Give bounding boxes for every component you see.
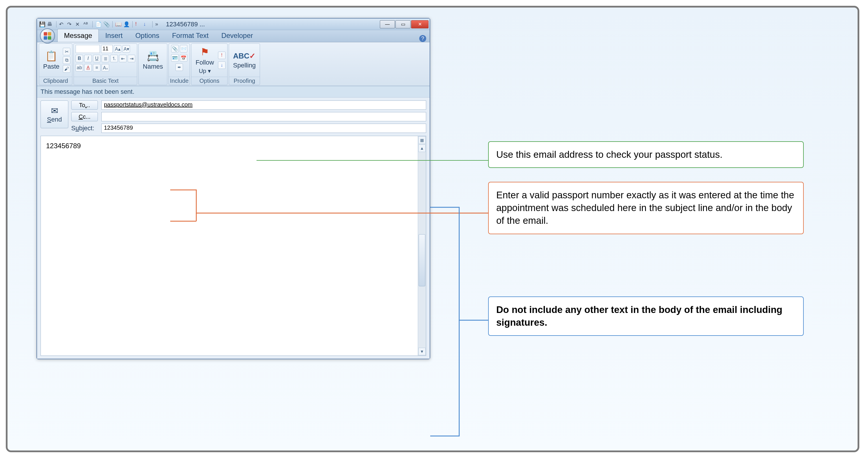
scroll-down-icon[interactable]: ▼ xyxy=(418,348,426,355)
low-importance-button[interactable]: ↓ xyxy=(218,61,225,69)
format-painter-icon[interactable]: 🖌 xyxy=(63,65,70,73)
include-group-label: Include xyxy=(169,77,190,85)
send-label: Send xyxy=(47,116,62,123)
ribbon-group-clipboard: 📋 Paste ✂ ⧉ 🖌 Clipboard xyxy=(39,43,72,85)
to-value: passportstatus@ustraveldocs.com xyxy=(104,101,192,108)
paste-button[interactable]: 📋 Paste xyxy=(41,49,62,71)
message-body-area: 123456789 ▦ ▲ ▼ xyxy=(40,136,426,356)
help-icon[interactable]: ? xyxy=(419,35,426,42)
grow-font-icon[interactable]: A▴ xyxy=(114,45,121,53)
window-title: 123456789 ... xyxy=(166,21,205,28)
office-logo-icon xyxy=(44,32,51,40)
paste-label: Paste xyxy=(43,63,59,70)
minimize-button[interactable]: — xyxy=(380,20,395,28)
tab-options[interactable]: Options xyxy=(129,29,165,42)
tutorial-frame: 💾 🖶 ↶ ↷ ✕ ᴬᴮ 📄 📎 📖 👤 ! ↓ » 123456789 ...… xyxy=(6,6,859,452)
decrease-indent-icon[interactable]: ⇤ xyxy=(119,55,126,62)
proofing-group-label: Proofing xyxy=(229,77,260,85)
tab-developer[interactable]: Developer xyxy=(215,29,259,42)
highlight-icon[interactable]: ab xyxy=(75,64,83,71)
subject-label: Subject: xyxy=(71,124,98,132)
compose-header: ✉ Send To... passportstatus@ustraveldocs… xyxy=(37,97,430,133)
font-color-icon[interactable]: A xyxy=(84,64,92,71)
attach-item-icon[interactable]: 📨 xyxy=(180,45,187,52)
clear-formatting-icon[interactable]: Aₓ xyxy=(102,64,109,71)
scroll-up-icon[interactable]: ▲ xyxy=(418,145,426,152)
cut-icon[interactable]: ✂ xyxy=(63,48,70,55)
clipboard-icon: 📋 xyxy=(45,50,57,62)
subject-field[interactable]: 123456789 xyxy=(101,124,426,133)
clipboard-group-label: Clipboard xyxy=(39,77,72,85)
attach-icon[interactable]: 📎 xyxy=(103,21,110,28)
options-group-label: Options xyxy=(191,77,227,85)
follow-up-label2: Up ▾ xyxy=(199,67,211,74)
font-size-input[interactable]: 11 xyxy=(101,45,113,53)
copy-icon[interactable]: ⧉ xyxy=(63,57,70,64)
send-button[interactable]: ✉ Send xyxy=(40,100,68,128)
flag-icon: ⚑ xyxy=(200,46,209,58)
cc-field[interactable] xyxy=(101,112,426,121)
signature-icon[interactable]: ✒ xyxy=(176,63,183,71)
font-name-input[interactable] xyxy=(75,45,100,53)
qat-separator xyxy=(132,21,133,28)
follow-up-button[interactable]: ⚑ Follow Up ▾ xyxy=(193,45,216,75)
print-icon[interactable]: 🖶 xyxy=(47,21,54,28)
callout-no-other-text: Do not include any other text in the bod… xyxy=(488,297,804,336)
names-label: Names xyxy=(143,63,163,70)
delete-icon[interactable]: ✕ xyxy=(75,21,82,28)
spellcheck-icon[interactable]: ᴬᴮ xyxy=(83,21,90,28)
qat-separator xyxy=(56,21,57,28)
underline-button[interactable]: U xyxy=(93,55,100,62)
ruler-toggle-icon[interactable]: ▦ xyxy=(418,136,426,144)
spelling-icon: ABC✓ xyxy=(233,52,256,61)
office-orb-button[interactable] xyxy=(40,28,55,43)
tab-insert[interactable]: Insert xyxy=(99,29,129,42)
bold-button[interactable]: B xyxy=(75,55,83,62)
permission-icon[interactable]: 👤 xyxy=(123,21,130,28)
shrink-font-icon[interactable]: A▾ xyxy=(122,45,130,53)
basic-text-group-label: Basic Text xyxy=(74,77,137,85)
to-field[interactable]: passportstatus@ustraveldocs.com xyxy=(101,100,426,110)
address-book-icon: 📇 xyxy=(147,50,159,62)
vertical-scrollbar[interactable]: ▦ ▲ ▼ xyxy=(418,136,426,356)
align-left-icon[interactable]: ≡ xyxy=(93,64,100,71)
callout-passport-number: Enter a valid passport number exactly as… xyxy=(488,182,804,234)
maximize-button[interactable]: ▭ xyxy=(396,20,410,28)
qat-more-icon[interactable]: » xyxy=(155,21,161,28)
bullets-icon[interactable]: ≣ xyxy=(102,55,109,62)
to-button[interactable]: To... xyxy=(71,100,98,110)
envelope-icon: ✉ xyxy=(51,106,58,116)
tab-message[interactable]: Message xyxy=(57,29,99,42)
redo-icon[interactable]: ↷ xyxy=(67,21,73,28)
names-button[interactable]: 📇 Names xyxy=(141,49,165,71)
numbering-icon[interactable]: ⒈ xyxy=(110,55,118,62)
spelling-button[interactable]: ABC✓ Spelling xyxy=(231,50,258,70)
close-button[interactable]: ✕ xyxy=(411,20,429,28)
ribbon-group-basic-text: 11 A▴ A▾ B I U ≣ ⒈ ⇤ ⇥ ab xyxy=(73,43,137,85)
italic-button[interactable]: I xyxy=(84,55,92,62)
high-importance-button[interactable]: ! xyxy=(218,52,225,59)
low-importance-icon[interactable]: ↓ xyxy=(143,21,150,28)
qat-separator xyxy=(112,21,113,28)
save-icon[interactable]: 💾 xyxy=(39,21,45,28)
ribbon: 📋 Paste ✂ ⧉ 🖌 Clipboard 11 A xyxy=(37,42,430,86)
ribbon-group-proofing: ABC✓ Spelling Proofing xyxy=(229,43,260,85)
high-importance-icon[interactable]: ! xyxy=(135,21,142,28)
calendar-icon[interactable]: 📅 xyxy=(180,54,187,62)
ribbon-group-options: ⚑ Follow Up ▾ ! ↓ Options xyxy=(191,43,227,85)
cc-button[interactable]: Cc... xyxy=(71,112,98,121)
scroll-thumb[interactable] xyxy=(418,234,425,286)
undo-icon[interactable]: ↶ xyxy=(59,21,65,28)
increase-indent-icon[interactable]: ⇥ xyxy=(128,55,135,62)
tab-format-text[interactable]: Format Text xyxy=(165,29,215,42)
qat-separator xyxy=(92,21,93,28)
follow-up-label1: Follow xyxy=(195,59,214,66)
scroll-track[interactable] xyxy=(418,152,426,347)
business-card-icon[interactable]: 🪪 xyxy=(171,54,179,62)
new-mail-icon[interactable]: 📄 xyxy=(95,21,102,28)
attach-file-icon[interactable]: 📎 xyxy=(171,45,179,52)
book-icon[interactable]: 📖 xyxy=(115,21,122,28)
callout-email-address: Use this email address to check your pas… xyxy=(488,141,804,168)
message-body[interactable]: 123456789 xyxy=(41,136,418,356)
qat-separator xyxy=(152,21,153,28)
